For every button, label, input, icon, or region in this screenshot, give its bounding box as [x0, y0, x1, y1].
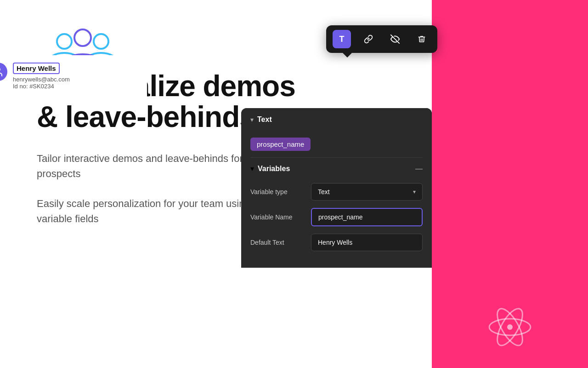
text-format-button[interactable]: T	[333, 30, 351, 48]
text-section-title: Text	[257, 115, 272, 124]
right-section: T	[432, 0, 588, 368]
variable-type-label: Variable type	[250, 188, 305, 196]
variable-name-label: Variable Name	[250, 213, 305, 221]
variable-name-row: Variable Name prospect_name	[250, 208, 423, 226]
variables-header-left: ▾ Variables	[250, 164, 290, 173]
variable-name-input[interactable]: prospect_name	[311, 208, 423, 226]
profile-email: henrywells@abc.com	[13, 76, 70, 83]
profile-name: Henry Wells	[13, 63, 60, 74]
delete-button[interactable]	[413, 30, 431, 48]
collapse-icon[interactable]: —	[415, 165, 423, 173]
svg-point-0	[57, 34, 72, 49]
variables-section-title: Variables	[258, 165, 290, 173]
profile-card: Henry Wells henrywells@abc.com Id no: #S…	[0, 55, 147, 97]
text-preview-area: prospect_name	[241, 131, 432, 157]
variable-type-value: Text	[318, 188, 330, 196]
variables-body: Variable type Text ▾ Variable Name prosp…	[241, 179, 432, 268]
default-text-label: Default Text	[250, 239, 305, 246]
variables-panel: ▾ Text prospect_name ▾ Variables — Varia…	[241, 108, 432, 268]
select-chevron-icon: ▾	[413, 189, 416, 195]
atom-icon	[485, 302, 535, 354]
default-text-row: Default Text Henry Wells	[250, 234, 423, 251]
svg-point-2	[74, 29, 91, 46]
profile-id: Id no: #SK0234	[13, 83, 70, 90]
variables-chevron-icon: ▾	[250, 164, 254, 173]
variables-section: ▾ Variables — Variable type Text ▾ Varia…	[241, 158, 432, 268]
svg-point-8	[507, 324, 513, 330]
text-section-header[interactable]: ▾ Text	[241, 108, 432, 131]
variables-section-header[interactable]: ▾ Variables —	[241, 158, 432, 179]
link-button[interactable]	[359, 30, 378, 48]
profile-info: Henry Wells henrywells@abc.com Id no: #S…	[13, 63, 70, 90]
default-text-input[interactable]: Henry Wells	[311, 234, 423, 251]
variable-type-select[interactable]: Text ▾	[311, 183, 423, 201]
hide-button[interactable]	[386, 30, 404, 48]
prospect-tag: prospect_name	[250, 138, 311, 151]
text-chevron-icon: ▾	[250, 116, 254, 123]
avatar	[0, 63, 7, 81]
toolbar-popup: T	[326, 25, 437, 53]
variable-type-row: Variable type Text ▾	[250, 183, 423, 201]
svg-point-1	[94, 34, 108, 49]
